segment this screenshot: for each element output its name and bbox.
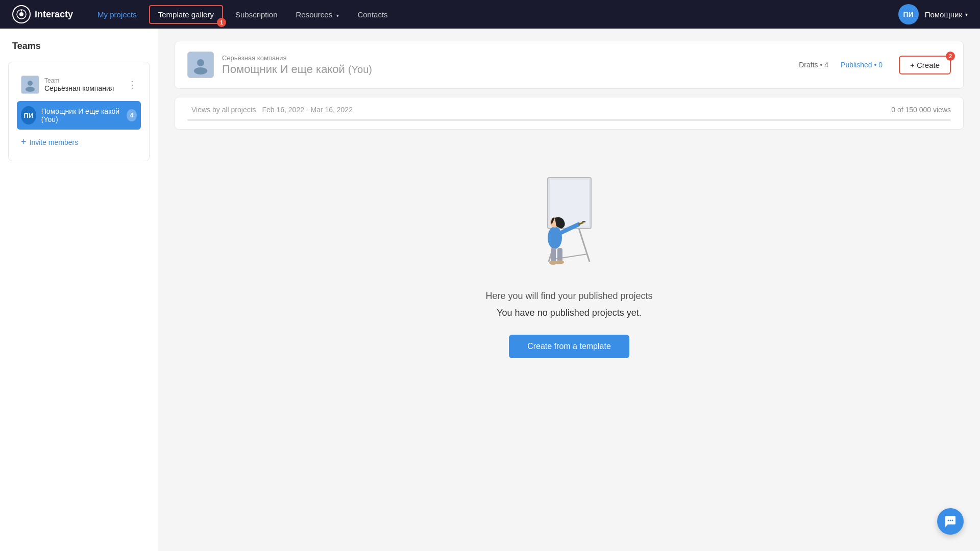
nav-template-gallery-badge: 1	[217, 18, 226, 27]
create-button-badge: 2	[946, 52, 955, 61]
empty-title: Here you will find your published projec…	[485, 291, 652, 302]
nav-template-gallery[interactable]: Template gallery 1	[149, 5, 223, 24]
nav-my-projects[interactable]: My projects	[89, 6, 145, 23]
invite-members-label: Invite members	[30, 138, 79, 146]
views-count: 0 of 150 000 views	[891, 106, 951, 114]
project-header: Серьёзная компания Помощник И еще какой …	[175, 41, 964, 89]
svg-point-14	[548, 227, 562, 249]
project-logo	[187, 52, 214, 78]
svg-point-1	[19, 12, 23, 16]
empty-state: Here you will find your published projec…	[175, 142, 964, 389]
logo-text: interacty	[35, 9, 73, 20]
logo[interactable]: interacty	[12, 5, 73, 23]
create-button-label: + Create	[910, 61, 940, 69]
nav-links: My projects Template gallery 1 Subscript…	[89, 5, 898, 24]
svg-point-21	[556, 260, 564, 264]
team-card: Team Серьёзная компания ⋮ ПИ Помощник И …	[8, 62, 150, 161]
nav-resources[interactable]: Resources ▾	[288, 6, 348, 23]
project-stats: Drafts • 4 Published • 0	[799, 61, 883, 69]
user-menu[interactable]: Помощник ▾	[925, 10, 968, 19]
views-label-text: Views by all projects	[191, 106, 256, 114]
svg-point-4	[28, 81, 33, 86]
published-label: Published	[841, 61, 872, 69]
project-info: Серьёзная компания Помощник И еще какой …	[222, 54, 372, 76]
team-label: Team	[44, 77, 114, 84]
logo-icon	[12, 5, 31, 23]
svg-point-22	[948, 520, 949, 521]
empty-illustration	[513, 162, 625, 274]
svg-rect-17	[582, 221, 585, 222]
create-button[interactable]: + Create 2	[899, 56, 951, 74]
navbar: interacty My projects Template gallery 1…	[0, 0, 980, 29]
svg-point-23	[950, 520, 951, 521]
project-title: Помощник И еще какой (You)	[222, 63, 372, 76]
svg-rect-18	[551, 248, 556, 262]
nav-resources-label: Resources	[296, 10, 333, 19]
views-progress-bg	[187, 119, 951, 121]
svg-point-7	[197, 59, 204, 66]
nav-right: ПИ Помощник ▾	[898, 4, 968, 24]
member-name: Помощник И еще какой (You)	[41, 107, 121, 123]
svg-point-8	[194, 67, 207, 74]
svg-point-2	[21, 10, 22, 12]
project-title-you: (You)	[348, 64, 372, 75]
nav-contacts[interactable]: Contacts	[349, 6, 396, 23]
svg-point-24	[952, 520, 953, 521]
drafts-label: Drafts	[799, 61, 818, 69]
nav-subscription[interactable]: Subscription	[227, 6, 286, 23]
views-label: Views by all projects Feb 16, 2022 - Mar…	[187, 106, 353, 114]
nav-resources-arrow: ▾	[336, 13, 339, 18]
drafts-count: 4	[824, 61, 828, 69]
project-company: Серьёзная компания	[222, 54, 372, 62]
published-count: 0	[878, 61, 883, 69]
svg-point-5	[26, 87, 35, 92]
project-title-main: Помощник И еще какой	[222, 63, 345, 76]
views-bar: Views by all projects Feb 16, 2022 - Mar…	[175, 97, 964, 130]
create-from-template-button[interactable]: Create from a template	[509, 335, 629, 358]
user-name: Помощник	[925, 10, 962, 19]
empty-subtitle: You have no published projects yet.	[497, 308, 642, 318]
team-info: Team Серьёзная компания	[44, 77, 114, 92]
sidebar: Teams Team Серьёзная компания ⋮	[0, 29, 158, 551]
member-avatar: ПИ	[21, 106, 36, 124]
stat-published[interactable]: Published • 0	[841, 61, 883, 69]
stat-drafts: Drafts • 4	[799, 61, 828, 69]
sidebar-title: Teams	[8, 41, 150, 52]
member-item-pomoshnik[interactable]: ПИ Помощник И еще какой (You) 4	[17, 101, 141, 130]
user-avatar: ПИ	[898, 4, 919, 24]
user-chevron-icon: ▾	[965, 12, 968, 17]
svg-rect-19	[557, 248, 562, 262]
nav-template-gallery-label: Template gallery	[158, 10, 214, 19]
main-content: Серьёзная компания Помощник И еще какой …	[158, 29, 980, 551]
chat-button[interactable]	[937, 508, 964, 535]
team-options-icon[interactable]: ⋮	[128, 79, 137, 90]
views-date-range: Feb 16, 2022 - Mar 16, 2022	[262, 106, 352, 114]
team-name: Серьёзная компания	[44, 84, 114, 92]
team-avatar-img	[21, 76, 39, 94]
team-item-serious-company[interactable]: Team Серьёзная компания ⋮	[17, 70, 141, 99]
member-count: 4	[127, 109, 137, 121]
invite-plus-icon: +	[21, 137, 27, 147]
views-row: Views by all projects Feb 16, 2022 - Mar…	[187, 106, 951, 114]
layout: Teams Team Серьёзная компания ⋮	[0, 29, 980, 551]
invite-members-link[interactable]: + Invite members	[17, 132, 141, 153]
